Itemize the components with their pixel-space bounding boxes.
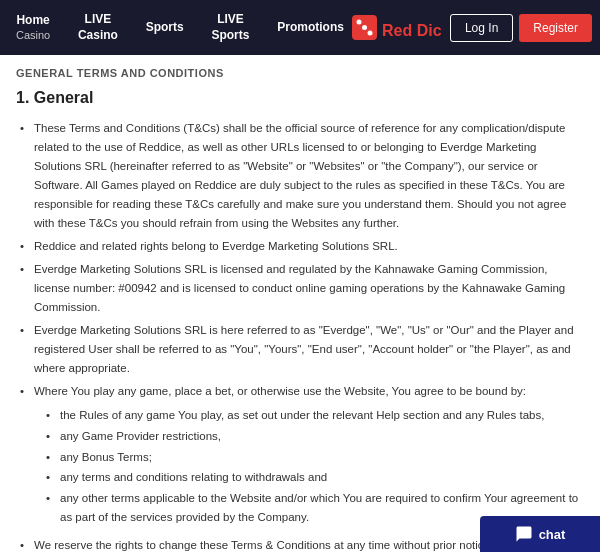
nav-live-sports[interactable]: LIVE Sports bbox=[192, 6, 270, 49]
bound-item-1: the Rules of any game You play, as set o… bbox=[46, 405, 584, 426]
nav-sports[interactable]: Sports bbox=[138, 14, 192, 42]
main-nav: Home Casino LIVE Casino Sports LIVE Spor… bbox=[8, 6, 352, 49]
nav-live-casino[interactable]: LIVE Casino bbox=[58, 6, 137, 49]
nav-promotions-label: Promotions bbox=[277, 20, 344, 34]
header-buttons: Log In Register bbox=[450, 14, 592, 42]
nav-home-label: Home bbox=[16, 13, 49, 27]
login-button[interactable]: Log In bbox=[450, 14, 513, 42]
chat-label: chat bbox=[539, 527, 566, 542]
main-content: GENERAL TERMS AND CONDITIONS 1. General … bbox=[0, 55, 600, 552]
svg-text:Red Dice: Red Dice bbox=[382, 22, 442, 39]
nav-home-casino[interactable]: Home Casino bbox=[8, 7, 58, 49]
live-badge-casino: LIVE bbox=[85, 12, 112, 26]
paragraph-3: Everdge Marketing Solutions SRL is licen… bbox=[16, 258, 584, 319]
bound-by-list: the Rules of any game You play, as set o… bbox=[46, 405, 584, 529]
register-button[interactable]: Register bbox=[519, 14, 592, 42]
nav-live-casino-label: Casino bbox=[78, 28, 118, 42]
nav-sports-label: Sports bbox=[146, 20, 184, 34]
bound-item-3: any Bonus Terms; bbox=[46, 447, 584, 468]
paragraph-2: Reddice and related rights belong to Eve… bbox=[16, 235, 584, 258]
paragraph-5: Where You play any game, place a bet, or… bbox=[16, 380, 584, 535]
paragraph-5-text: Where You play any game, place a bet, or… bbox=[34, 385, 526, 397]
logo-area: Red Dice bbox=[352, 10, 442, 45]
chat-button[interactable]: chat bbox=[480, 516, 600, 552]
paragraph-2-text: Reddice and related rights belong to Eve… bbox=[34, 240, 398, 252]
section-general: 1. General These Terms and Conditions (T… bbox=[16, 89, 584, 552]
bound-item-2: any Game Provider restrictions, bbox=[46, 426, 584, 447]
section1-title: 1. General bbox=[16, 89, 584, 107]
live-badge-sports: LIVE bbox=[217, 12, 244, 26]
paragraph-1-text: These Terms and Conditions (T&Cs) shall … bbox=[34, 122, 566, 229]
breadcrumb: GENERAL TERMS AND CONDITIONS bbox=[16, 67, 584, 79]
paragraph-4: Everdge Marketing Solutions SRL is here … bbox=[16, 319, 584, 380]
svg-point-2 bbox=[362, 25, 367, 30]
svg-point-1 bbox=[356, 20, 361, 25]
paragraph-6-text: We reserve the rights to change these Te… bbox=[34, 539, 493, 551]
svg-point-3 bbox=[367, 31, 372, 36]
nav-promotions[interactable]: Promotions bbox=[269, 14, 352, 42]
nav-home-sub: Casino bbox=[16, 28, 50, 42]
bound-item-4: any terms and conditions relating to wit… bbox=[46, 467, 584, 488]
logo: Red Dice bbox=[352, 10, 442, 45]
paragraph-4-text: Everdge Marketing Solutions SRL is here … bbox=[34, 324, 574, 374]
header: Home Casino LIVE Casino Sports LIVE Spor… bbox=[0, 0, 600, 55]
paragraph-1: These Terms and Conditions (T&Cs) shall … bbox=[16, 117, 584, 235]
general-paragraphs-list: These Terms and Conditions (T&Cs) shall … bbox=[16, 117, 584, 552]
paragraph-3-text: Everdge Marketing Solutions SRL is licen… bbox=[34, 263, 565, 313]
chat-icon bbox=[515, 525, 533, 543]
nav-live-sports-label: Sports bbox=[211, 28, 249, 42]
